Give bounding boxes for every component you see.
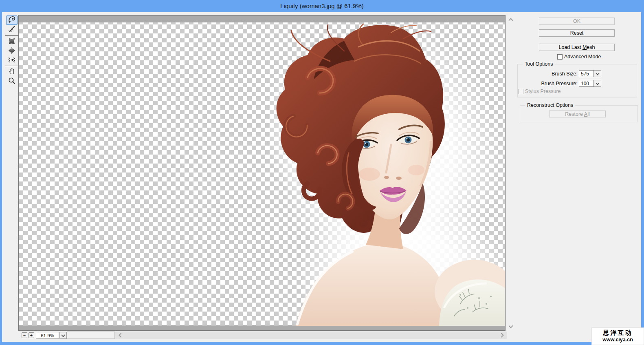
- vertical-scrollbar[interactable]: [507, 15, 515, 331]
- liquify-dialog-window: Liquify (woman3.jpg @ 61.9%): [0, 0, 644, 345]
- toolbar-separator: [5, 35, 18, 36]
- ok-button[interactable]: OK: [539, 18, 615, 25]
- restore-all-button[interactable]: Restore All: [549, 111, 606, 117]
- reset-button[interactable]: Reset: [539, 29, 615, 37]
- load-last-mesh-button[interactable]: Load Last Mesh: [539, 44, 615, 51]
- brush-pressure-dropdown-button[interactable]: [594, 80, 601, 87]
- pasteboard-top: [19, 15, 505, 22]
- tool-options-title: Tool Options: [523, 61, 555, 67]
- zoom-in-button[interactable]: +: [29, 332, 34, 338]
- stylus-pressure-label: Stylus Pressure: [525, 88, 561, 94]
- scroll-down-icon[interactable]: [508, 325, 514, 328]
- dialog-body: − + OK Reset Load Last Mesh Advanced Mod…: [2, 12, 641, 342]
- hand-tool-button[interactable]: [6, 67, 18, 77]
- horizontal-scrollbar[interactable]: [115, 332, 507, 339]
- window-title: Liquify (woman3.jpg @ 61.9%): [280, 2, 364, 9]
- zoom-out-button[interactable]: −: [22, 332, 27, 338]
- liquify-canvas[interactable]: [18, 15, 506, 331]
- brush-size-dropdown-button[interactable]: [594, 70, 601, 77]
- portrait-photo: [269, 22, 505, 326]
- scroll-up-icon[interactable]: [508, 18, 514, 21]
- brush-size-field[interactable]: [579, 70, 594, 77]
- watermark-line1: 思洋互动: [592, 329, 644, 337]
- pasteboard-bottom: [19, 325, 505, 330]
- chevron-down-icon: [596, 71, 600, 77]
- status-spacer: [67, 332, 115, 339]
- brush-pressure-label: Brush Pressure:: [517, 81, 578, 86]
- watermark-line2: www.ciya.cn: [592, 337, 644, 343]
- toolbar-separator: [5, 66, 18, 66]
- bloat-tool-button[interactable]: [6, 46, 18, 56]
- pucker-tool-button[interactable]: [6, 37, 18, 46]
- forward-warp-tool-button[interactable]: [6, 15, 18, 25]
- reconstruct-options-title: Reconstruct Options: [525, 102, 575, 108]
- chevron-down-icon: [596, 80, 600, 86]
- scroll-left-icon[interactable]: [117, 334, 123, 337]
- advanced-mode-checkbox[interactable]: [557, 54, 563, 60]
- push-left-icon: [8, 56, 16, 66]
- stylus-pressure-checkbox[interactable]: [518, 89, 523, 94]
- advanced-mode-label: Advanced Mode: [564, 54, 601, 60]
- reconstruct-brush-icon: [8, 25, 16, 35]
- magnifier-icon: [8, 77, 16, 86]
- zoom-dropdown-button[interactable]: [59, 332, 67, 339]
- reconstruct-tool-button[interactable]: [6, 25, 18, 34]
- forward-warp-icon: [8, 15, 16, 25]
- scroll-right-icon[interactable]: [499, 334, 505, 337]
- zoom-percent-field[interactable]: [36, 332, 59, 339]
- chevron-down-icon: [61, 332, 65, 338]
- push-left-tool-button[interactable]: [6, 56, 18, 65]
- zoom-tool-button[interactable]: [6, 77, 18, 86]
- watermark: 思洋互动 www.ciya.cn: [591, 327, 644, 345]
- pucker-icon: [8, 37, 16, 47]
- brush-size-label: Brush Size:: [517, 71, 578, 77]
- bloat-icon: [8, 46, 16, 56]
- brush-pressure-field[interactable]: [579, 80, 594, 87]
- hand-icon: [8, 67, 16, 77]
- titlebar[interactable]: Liquify (woman3.jpg @ 61.9%): [0, 0, 644, 12]
